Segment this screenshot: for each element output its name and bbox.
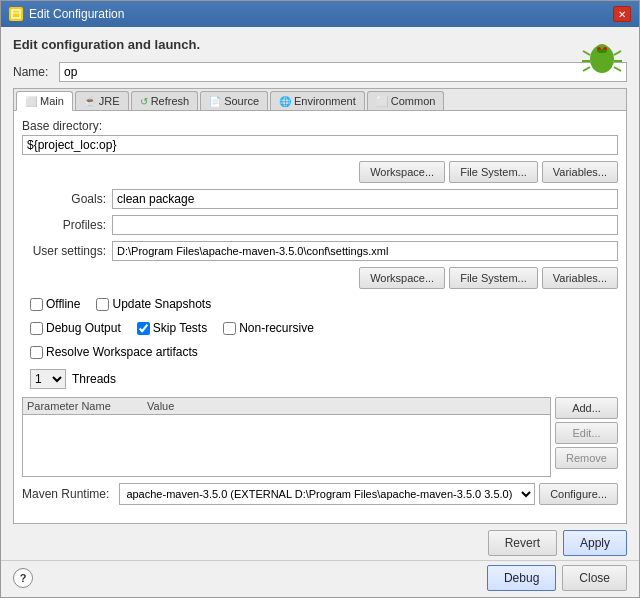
window-icon bbox=[9, 7, 23, 21]
tab-source-icon: 📄 bbox=[209, 96, 221, 107]
footer-action-buttons: Debug Close bbox=[487, 565, 627, 591]
skip-tests-checkbox-item: Skip Tests bbox=[137, 321, 207, 335]
close-button[interactable]: ✕ bbox=[613, 6, 631, 22]
svg-point-12 bbox=[597, 49, 607, 53]
help-button[interactable]: ? bbox=[13, 568, 33, 588]
maven-runtime-label: Maven Runtime: bbox=[22, 487, 115, 501]
resolve-workspace-checkbox[interactable] bbox=[30, 346, 43, 359]
maven-runtime-row: Maven Runtime: apache-maven-3.5.0 (EXTER… bbox=[22, 483, 618, 505]
svg-line-9 bbox=[614, 51, 621, 55]
param-col-name: Parameter Name bbox=[27, 400, 147, 412]
non-recursive-label: Non-recursive bbox=[239, 321, 314, 335]
non-recursive-checkbox[interactable] bbox=[223, 322, 236, 335]
tab-environment-label: Environment bbox=[294, 95, 356, 107]
checkbox-group-3: Resolve Workspace artifacts bbox=[22, 343, 618, 361]
tabs: ⬜ Main ☕ JRE ↺ Refresh 📄 Source 🌐 En bbox=[14, 89, 626, 111]
variables-button-2[interactable]: Variables... bbox=[542, 267, 618, 289]
base-dir-buttons: Workspace... File System... Variables... bbox=[22, 161, 618, 183]
tab-environment[interactable]: 🌐 Environment bbox=[270, 91, 365, 110]
revert-apply-row: Revert Apply bbox=[1, 530, 639, 560]
offline-label: Offline bbox=[46, 297, 80, 311]
svg-rect-0 bbox=[12, 10, 20, 18]
variables-button-1[interactable]: Variables... bbox=[542, 161, 618, 183]
tab-source[interactable]: 📄 Source bbox=[200, 91, 268, 110]
tab-refresh[interactable]: ↺ Refresh bbox=[131, 91, 199, 110]
tab-main-label: Main bbox=[40, 95, 64, 107]
debug-output-checkbox[interactable] bbox=[30, 322, 43, 335]
profiles-row: Profiles: bbox=[22, 215, 618, 235]
page-header: Edit configuration and launch. bbox=[13, 37, 627, 56]
checkbox-group-2: Debug Output Skip Tests Non-recursive bbox=[22, 319, 618, 337]
tab-main-icon: ⬜ bbox=[25, 96, 37, 107]
debug-button[interactable]: Debug bbox=[487, 565, 556, 591]
edit-configuration-window: Edit Configuration ✕ Edit configuration … bbox=[0, 0, 640, 598]
param-side-buttons: Add... Edit... Remove bbox=[555, 397, 618, 477]
offline-checkbox-item: Offline bbox=[30, 297, 80, 311]
user-settings-buttons: Workspace... File System... Variables... bbox=[22, 267, 618, 289]
maven-runtime-select[interactable]: apache-maven-3.5.0 (EXTERNAL D:\Program … bbox=[119, 483, 535, 505]
revert-button[interactable]: Revert bbox=[488, 530, 557, 556]
goals-row: Goals: bbox=[22, 189, 618, 209]
name-input[interactable] bbox=[59, 62, 627, 82]
configure-button[interactable]: Configure... bbox=[539, 483, 618, 505]
tab-environment-icon: 🌐 bbox=[279, 96, 291, 107]
profiles-label: Profiles: bbox=[22, 218, 112, 232]
profiles-input[interactable] bbox=[112, 215, 618, 235]
tab-source-label: Source bbox=[224, 95, 259, 107]
param-table-wrapper: Parameter Name Value Add... Edit... Remo… bbox=[22, 397, 618, 477]
goals-input[interactable] bbox=[112, 189, 618, 209]
window-title: Edit Configuration bbox=[29, 7, 124, 21]
update-snapshots-checkbox-item: Update Snapshots bbox=[96, 297, 211, 311]
user-settings-input[interactable] bbox=[112, 241, 618, 261]
apply-button[interactable]: Apply bbox=[563, 530, 627, 556]
param-table: Parameter Name Value bbox=[22, 397, 551, 477]
skip-tests-checkbox[interactable] bbox=[137, 322, 150, 335]
skip-tests-label: Skip Tests bbox=[153, 321, 207, 335]
tab-refresh-icon: ↺ bbox=[140, 96, 148, 107]
workspace-button-2[interactable]: Workspace... bbox=[359, 267, 445, 289]
checkbox-group-1: Offline Update Snapshots bbox=[22, 295, 618, 313]
footer-row: ? Debug Close bbox=[1, 561, 639, 597]
close-button-footer[interactable]: Close bbox=[562, 565, 627, 591]
file-system-button-2[interactable]: File System... bbox=[449, 267, 538, 289]
goals-label: Goals: bbox=[22, 192, 112, 206]
remove-param-button[interactable]: Remove bbox=[555, 447, 618, 469]
tab-common-icon: ⬜ bbox=[376, 96, 388, 107]
resolve-workspace-label: Resolve Workspace artifacts bbox=[46, 345, 198, 359]
user-settings-label: User settings: bbox=[22, 244, 112, 258]
base-directory-input[interactable] bbox=[22, 135, 618, 155]
tab-common-label: Common bbox=[391, 95, 436, 107]
param-table-header: Parameter Name Value bbox=[23, 398, 550, 415]
non-recursive-checkbox-item: Non-recursive bbox=[223, 321, 314, 335]
edit-param-button[interactable]: Edit... bbox=[555, 422, 618, 444]
file-system-button-1[interactable]: File System... bbox=[449, 161, 538, 183]
base-directory-section: Base directory: bbox=[22, 119, 618, 155]
threads-select[interactable]: 1 2 4 bbox=[30, 369, 66, 389]
svg-line-11 bbox=[614, 67, 621, 71]
tab-jre-icon: ☕ bbox=[84, 96, 96, 107]
tab-jre-label: JRE bbox=[99, 95, 120, 107]
update-snapshots-checkbox[interactable] bbox=[96, 298, 109, 311]
workspace-button-1[interactable]: Workspace... bbox=[359, 161, 445, 183]
main-tab-content: Base directory: Workspace... File System… bbox=[14, 111, 626, 523]
tab-refresh-label: Refresh bbox=[151, 95, 190, 107]
tab-common[interactable]: ⬜ Common bbox=[367, 91, 445, 110]
name-label: Name: bbox=[13, 65, 53, 79]
param-table-body[interactable] bbox=[23, 415, 550, 475]
tab-main[interactable]: ⬜ Main bbox=[16, 91, 73, 111]
tab-jre[interactable]: ☕ JRE bbox=[75, 91, 129, 110]
debug-output-checkbox-item: Debug Output bbox=[30, 321, 121, 335]
param-col-value: Value bbox=[147, 400, 546, 412]
user-settings-row: User settings: bbox=[22, 241, 618, 261]
tab-panel: ⬜ Main ☕ JRE ↺ Refresh 📄 Source 🌐 En bbox=[13, 88, 627, 524]
add-param-button[interactable]: Add... bbox=[555, 397, 618, 419]
update-snapshots-label: Update Snapshots bbox=[112, 297, 211, 311]
debug-output-label: Debug Output bbox=[46, 321, 121, 335]
resolve-workspace-checkbox-item: Resolve Workspace artifacts bbox=[30, 345, 198, 359]
title-bar: Edit Configuration ✕ bbox=[1, 1, 639, 27]
offline-checkbox[interactable] bbox=[30, 298, 43, 311]
name-row: Name: bbox=[13, 62, 627, 82]
svg-line-8 bbox=[583, 67, 590, 71]
title-bar-left: Edit Configuration bbox=[9, 7, 124, 21]
threads-label: Threads bbox=[72, 372, 116, 386]
